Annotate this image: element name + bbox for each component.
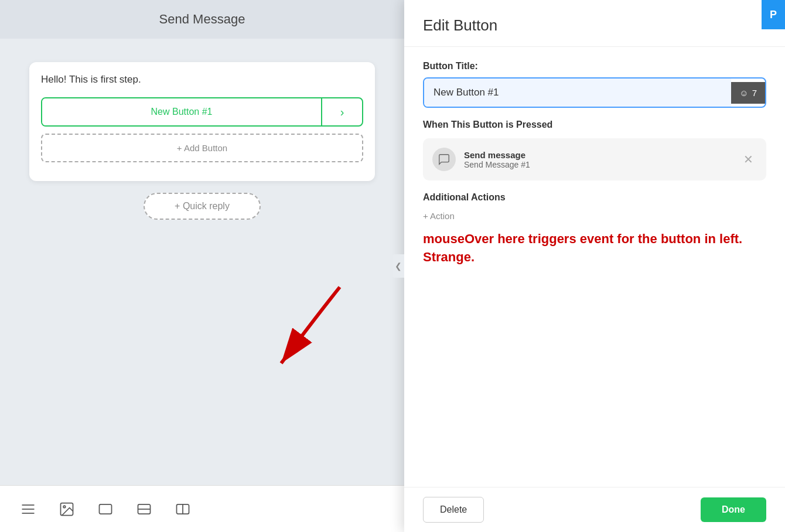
svg-point-4 (63, 506, 66, 508)
button-arrow[interactable]: › (321, 98, 362, 125)
left-panel: Send Message Hello! This is first step. … (0, 0, 404, 532)
send-message-title: Send Message (159, 12, 245, 26)
add-button-label: + Add Button (177, 143, 227, 153)
message-text: Hello! This is first step. (41, 74, 363, 86)
rectangle3-icon[interactable] (172, 499, 193, 520)
additional-actions-label: Additional Actions (423, 192, 766, 203)
emoji-counter[interactable]: ☺ 7 (731, 82, 765, 104)
panel-title: Edit Button (423, 16, 766, 35)
right-panel: ❮ P Edit Button Button Title: ☺ 7 When T… (404, 0, 785, 532)
image-icon[interactable] (56, 499, 77, 520)
action-title: Send message (464, 150, 731, 160)
action-icon (432, 148, 456, 171)
emoji-icon: ☺ (739, 88, 748, 98)
new-button-row[interactable]: New Button #1 › (41, 97, 363, 127)
blue-tab[interactable]: P (762, 0, 785, 29)
char-count: 7 (752, 88, 757, 98)
send-message-header: Send Message (0, 0, 404, 39)
panel-body: Button Title: ☺ 7 When This Button is Pr… (404, 47, 785, 487)
action-subtitle: Send Message #1 (464, 160, 731, 169)
add-button[interactable]: + Add Button (41, 134, 363, 162)
bottom-toolbar (0, 485, 404, 532)
button-title-input[interactable] (424, 79, 731, 107)
quick-reply-button[interactable]: + Quick reply (144, 193, 261, 220)
rectangle-icon[interactable] (95, 499, 116, 520)
action-close-button[interactable]: ✕ (739, 151, 757, 168)
done-button[interactable]: Done (701, 497, 766, 522)
action-text: Send message Send Message #1 (464, 150, 731, 169)
delete-button[interactable]: Delete (423, 497, 484, 523)
title-input-row: ☺ 7 (423, 77, 766, 108)
add-action-button[interactable]: + Action (423, 211, 766, 221)
svg-rect-5 (100, 504, 112, 513)
when-pressed-label: When This Button is Pressed (423, 120, 766, 130)
rectangle2-icon[interactable] (134, 499, 155, 520)
new-button-label[interactable]: New Button #1 (42, 98, 321, 125)
collapse-arrow[interactable]: ❮ (392, 254, 404, 278)
button-title-label: Button Title: (423, 61, 766, 71)
quick-reply-label: + Quick reply (175, 201, 230, 211)
lines-icon[interactable] (18, 499, 39, 520)
annotation-text: mouseOver here triggers event for the bu… (423, 230, 766, 267)
action-card: Send message Send Message #1 ✕ (423, 138, 766, 180)
message-card: Hello! This is first step. New Button #1… (29, 62, 375, 181)
panel-footer: Delete Done (404, 487, 785, 532)
panel-header: Edit Button (404, 0, 785, 47)
